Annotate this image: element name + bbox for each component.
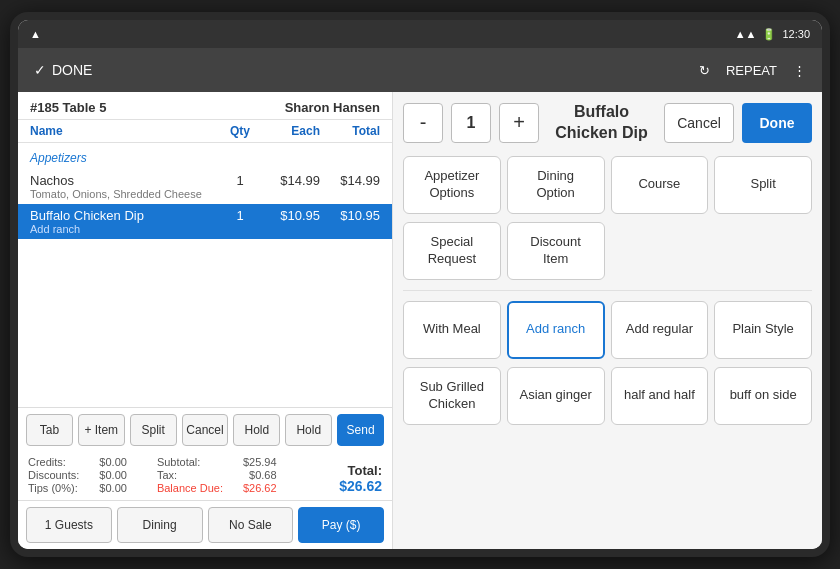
empty-slot-2 [714,222,812,280]
tips-label: Tips (0%): [28,482,78,494]
time-display: 12:30 [782,28,810,40]
item-each: $14.99 [260,173,320,188]
quantity-minus-button[interactable]: - [403,103,443,143]
table-row[interactable]: Buffalo Chicken Dip Add ranch 1 $10.95 $… [18,204,392,239]
empty-slot-1 [611,222,709,280]
col-name-header: Name [30,124,220,138]
item-qty: 1 [220,208,260,223]
add-regular-button[interactable]: Add regular [611,301,709,359]
bottom-nav: 1 Guests Dining No Sale Pay ($) [18,500,392,549]
credits-value: $0.00 [99,456,127,468]
totals-col-labels-2: Subtotal: $25.94 Tax: $0.68 Balance Due:… [157,456,277,494]
refresh-icon: ↻ [699,63,710,78]
modifier-cancel-button[interactable]: Cancel [664,103,734,143]
dining-button[interactable]: Dining [117,507,203,543]
right-panel: - 1 + BuffaloChicken Dip Cancel Done App… [393,92,822,549]
wifi-icon: ▲ [30,28,41,40]
modifier-header: - 1 + BuffaloChicken Dip Cancel Done [403,102,812,144]
item-name: Nachos [30,173,220,188]
course-button[interactable]: Course [611,156,709,214]
tablet-frame: ▲ ▲▲ 🔋 12:30 ✓ DONE ↻ REPEAT ⋮ [10,12,830,557]
check-icon: ✓ [34,62,46,78]
item-qty: 1 [220,173,260,188]
credits-label: Credits: [28,456,66,468]
modifier-item-title: BuffaloChicken Dip [547,102,656,144]
item-total: $14.99 [320,173,380,188]
split-modifier-button[interactable]: Split [714,156,812,214]
discounts-label: Discounts: [28,469,79,481]
guests-button[interactable]: 1 Guests [26,507,112,543]
repeat-label[interactable]: REPEAT [726,63,777,78]
modifier-row-1: AppetizerOptions DiningOption Course Spl… [403,156,812,214]
quantity-plus-button[interactable]: + [499,103,539,143]
item-name: Buffalo Chicken Dip [30,208,220,223]
left-panel: #185 Table 5 Sharon Hansen Name Qty Each… [18,92,393,549]
col-each-header: Each [260,124,320,138]
order-items: Appetizers Nachos Tomato, Onions, Shredd… [18,143,392,407]
balance-due-value: $26.62 [243,482,277,494]
action-buttons: Tab + Item Split Cancel Hold Hold Send [26,414,384,446]
discount-item-button[interactable]: DiscountItem [507,222,605,280]
order-header: #185 Table 5 Sharon Hansen [18,92,392,120]
half-and-half-button[interactable]: half and half [611,367,709,425]
bottom-controls: Tab + Item Split Cancel Hold Hold Send C… [18,407,392,500]
item-total: $10.95 [320,208,380,223]
table-info: #185 Table 5 [30,100,106,115]
asian-ginger-button[interactable]: Asian ginger [507,367,605,425]
balance-due-label: Balance Due: [157,482,223,494]
col-qty-header: Qty [220,124,260,138]
hold-button-1[interactable]: Hold [233,414,280,446]
send-button[interactable]: Send [337,414,384,446]
hold-button-2[interactable]: Hold [285,414,332,446]
tablet-screen: ▲ ▲▲ 🔋 12:30 ✓ DONE ↻ REPEAT ⋮ [18,20,822,549]
no-sale-button[interactable]: No Sale [208,507,294,543]
modifier-row-4: Sub GrilledChicken Asian ginger half and… [403,367,812,425]
category-appetizers: Appetizers [18,147,392,169]
item-each: $10.95 [260,208,320,223]
modifier-row-2: SpecialRequest DiscountItem [403,222,812,280]
col-total-header: Total [320,124,380,138]
add-item-button[interactable]: + Item [78,414,125,446]
total-label: Total: [348,463,382,478]
split-button[interactable]: Split [130,414,177,446]
totals-col-labels-1: Credits: $0.00 Discounts: $0.00 Tips (0%… [28,456,127,494]
status-bar: ▲ ▲▲ 🔋 12:30 [18,20,822,48]
signal-icon: ▲▲ [735,28,757,40]
cancel-order-button[interactable]: Cancel [182,414,229,446]
modifier-done-button[interactable]: Done [742,103,812,143]
dining-option-button[interactable]: DiningOption [507,156,605,214]
buff-on-side-button[interactable]: buff on side [714,367,812,425]
tab-button[interactable]: Tab [26,414,73,446]
item-modifiers: Add ranch [30,223,220,235]
action-bar: ✓ DONE ↻ REPEAT ⋮ [18,48,822,92]
modifier-divider [403,290,812,291]
modifier-row-3: With Meal Add ranch Add regular Plain St… [403,301,812,359]
discounts-value: $0.00 [99,469,127,481]
total-final: Total: $26.62 [339,463,382,494]
battery-icon: 🔋 [762,28,776,41]
quantity-display: 1 [451,103,491,143]
sub-grilled-chicken-button[interactable]: Sub GrilledChicken [403,367,501,425]
tips-value: $0.00 [99,482,127,494]
tax-label: Tax: [157,469,177,481]
totals-section: Credits: $0.00 Discounts: $0.00 Tips (0%… [26,454,384,494]
pay-button[interactable]: Pay ($) [298,507,384,543]
done-button[interactable]: ✓ DONE [34,62,92,78]
plain-style-button[interactable]: Plain Style [714,301,812,359]
tax-value: $0.68 [249,469,277,481]
item-modifiers: Tomato, Onions, Shredded Cheese [30,188,220,200]
order-columns: Name Qty Each Total [18,120,392,143]
totals-left-cols: Credits: $0.00 Discounts: $0.00 Tips (0%… [28,456,277,494]
subtotal-value: $25.94 [243,456,277,468]
main-content: #185 Table 5 Sharon Hansen Name Qty Each… [18,92,822,549]
total-value: $26.62 [339,478,382,494]
special-request-button[interactable]: SpecialRequest [403,222,501,280]
menu-icon[interactable]: ⋮ [793,63,806,78]
with-meal-button[interactable]: With Meal [403,301,501,359]
appetizer-options-button[interactable]: AppetizerOptions [403,156,501,214]
add-ranch-button[interactable]: Add ranch [507,301,605,359]
server-name: Sharon Hansen [285,100,380,115]
subtotal-label: Subtotal: [157,456,200,468]
table-row[interactable]: Nachos Tomato, Onions, Shredded Cheese 1… [18,169,392,204]
